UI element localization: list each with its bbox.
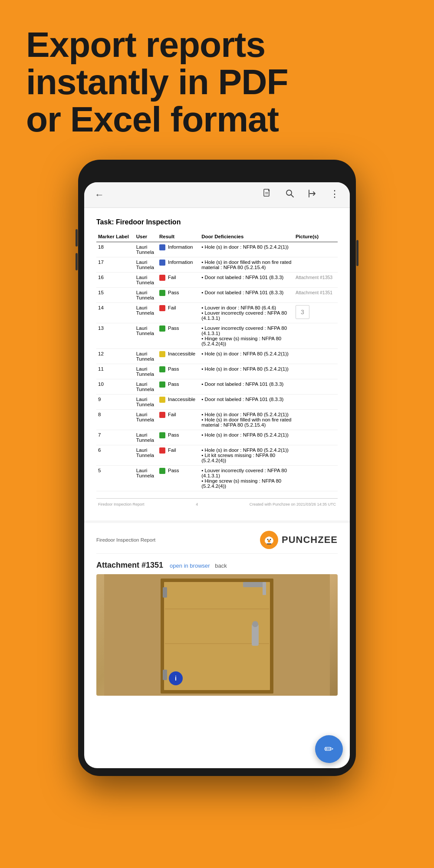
cell-result-color xyxy=(158,257,166,273)
cell-marker: 16 xyxy=(96,273,135,288)
back-icon[interactable]: ← xyxy=(95,189,104,201)
cell-picture xyxy=(294,395,338,410)
fab-edit-button[interactable]: ✏ xyxy=(315,735,343,763)
cell-user: LauriTunnela xyxy=(135,323,158,349)
red-dot xyxy=(159,447,165,454)
cell-result-color xyxy=(158,445,166,466)
svg-rect-7 xyxy=(267,543,271,545)
cell-user: LauriTunnela xyxy=(135,288,158,303)
table-row: 6LauriTunnelaFail• Hole (s) in door : NF… xyxy=(96,445,338,466)
cell-marker: 5 xyxy=(96,466,135,491)
attachment-link[interactable]: Attachment #1353 xyxy=(296,275,332,280)
page-number-box: 3 xyxy=(296,305,309,319)
red-dot xyxy=(159,305,165,311)
cell-picture xyxy=(294,379,338,395)
cell-deficiencies: • Hole (s) in door : NFPA 80 (5.2.4.2(1)… xyxy=(200,242,294,257)
phone-mockup: ← xyxy=(0,160,434,776)
pdf-icon[interactable] xyxy=(262,188,273,201)
cell-marker: 15 xyxy=(96,288,135,303)
svg-rect-19 xyxy=(163,587,167,598)
table-row: 10LauriTunnelaPass• Door not labeled : N… xyxy=(96,379,338,395)
cell-result-color xyxy=(158,395,166,410)
cell-deficiencies: • Louver incorrectly covered : NFPA 80 (… xyxy=(200,466,294,491)
table-row: 11LauriTunnelaPass• Hole (s) in door : N… xyxy=(96,364,338,379)
green-dot xyxy=(159,381,165,388)
cell-result-text: Information xyxy=(166,242,200,257)
svg-rect-22 xyxy=(263,582,266,595)
pdf-page-1: Task: Firedoor Inspection Marker Label U… xyxy=(84,208,350,520)
cell-user: LauriTunnela xyxy=(135,410,158,430)
cell-result-color xyxy=(158,242,166,257)
blue-dot xyxy=(159,260,165,266)
col-user: User xyxy=(135,232,158,242)
table-row: 15LauriTunnelaPass• Door not labeled : N… xyxy=(96,288,338,303)
red-dot xyxy=(159,412,165,418)
svg-rect-20 xyxy=(163,670,167,680)
cell-result-color xyxy=(158,379,166,395)
svg-point-6 xyxy=(268,540,270,542)
table-row: 14LauriTunnelaFail• Louver in door : NFP… xyxy=(96,303,338,323)
cell-picture: Attachment #1353 xyxy=(294,273,338,288)
cell-user: LauriTunnela xyxy=(135,349,158,364)
cell-deficiencies: • Hole (s) in door : NFPA 80 (5.2.4.2(1)… xyxy=(200,410,294,430)
back-link[interactable]: back xyxy=(215,562,227,569)
cell-result-color xyxy=(158,430,166,445)
hero-section: Export reports instantly in PDF or Excel… xyxy=(0,0,434,151)
cell-result-text: Pass xyxy=(166,466,200,491)
cell-marker: 17 xyxy=(96,257,135,273)
table-row: 7LauriTunnelaPass• Hole (s) in door : NF… xyxy=(96,430,338,445)
svg-rect-15 xyxy=(252,624,259,646)
cell-result-text: Pass xyxy=(166,364,200,379)
search-icon[interactable] xyxy=(285,188,295,201)
attachment-link[interactable]: Attachment #1351 xyxy=(296,290,332,295)
cell-picture xyxy=(294,445,338,466)
table-row: 13LauriTunnelaPass• Louver incorrectly c… xyxy=(96,323,338,349)
cell-result-text: Fail xyxy=(166,303,200,323)
svg-rect-2 xyxy=(265,194,268,194)
yellow-dot xyxy=(159,351,165,357)
share-icon[interactable] xyxy=(307,188,318,201)
attachment-title: Attachment #1351 open in browser back xyxy=(96,561,338,570)
cell-result-text: Fail xyxy=(166,445,200,466)
cell-picture xyxy=(294,257,338,273)
table-row: 18LauriTunnelaInformation• Hole (s) in d… xyxy=(96,242,338,257)
col-result: Result xyxy=(158,232,200,242)
phone-frame: ← xyxy=(78,160,356,776)
cell-result-text: Pass xyxy=(166,288,200,303)
edit-icon: ✏ xyxy=(324,743,334,756)
page2-report-title: Firedoor Inspection Report xyxy=(96,537,155,542)
yellow-dot xyxy=(159,397,165,403)
hero-title: Export reports instantly in PDF or Excel… xyxy=(26,26,408,138)
cell-picture xyxy=(294,323,338,349)
open-in-browser-link[interactable]: open in browser xyxy=(170,562,210,569)
cell-deficiencies: • Door not labeled : NFPA 101 (8.3.3) xyxy=(200,273,294,288)
more-icon[interactable]: ⋮ xyxy=(330,188,339,201)
cell-result-color xyxy=(158,466,166,491)
green-dot xyxy=(159,432,165,438)
cell-result-text: Information xyxy=(166,257,200,273)
cell-result-color xyxy=(158,273,166,288)
table-row: 5LauriTunnelaPass• Louver incorrectly co… xyxy=(96,466,338,491)
cell-result-text: Pass xyxy=(166,430,200,445)
cell-deficiencies: • Hole (s) in door : NFPA 80 (5.2.4.2(1)… xyxy=(200,364,294,379)
cell-deficiencies: • Hole (s) in door filled with non fire … xyxy=(200,257,294,273)
task-title: Task: Firedoor Inspection xyxy=(96,218,338,226)
green-dot xyxy=(159,290,165,296)
red-dot xyxy=(159,275,165,281)
cell-deficiencies: • Hole (s) in door : NFPA 80 (5.2.4.2(1)… xyxy=(200,349,294,364)
table-row: 16LauriTunnelaFail• Door not labeled : N… xyxy=(96,273,338,288)
cell-result-text: Fail xyxy=(166,410,200,430)
punchzee-helmet-icon xyxy=(260,531,278,549)
door-image-inner: i xyxy=(96,574,338,696)
cell-marker: 13 xyxy=(96,323,135,349)
pdf-footer: Firedoor Inspection Report 4 Created wit… xyxy=(96,498,338,510)
cell-user: LauriTunnela xyxy=(135,466,158,491)
table-row: 9LauriTunnelaInaccessible• Door not labe… xyxy=(96,395,338,410)
page2-header: Firedoor Inspection Report xyxy=(96,531,338,554)
cell-marker: 14 xyxy=(96,303,135,323)
cell-deficiencies: • Hole (s) in door : NFPA 80 (5.2.4.2(1)… xyxy=(200,445,294,466)
cell-result-color xyxy=(158,410,166,430)
cell-result-color xyxy=(158,288,166,303)
cell-picture: 3 xyxy=(294,303,338,323)
door-svg: i xyxy=(104,574,330,696)
